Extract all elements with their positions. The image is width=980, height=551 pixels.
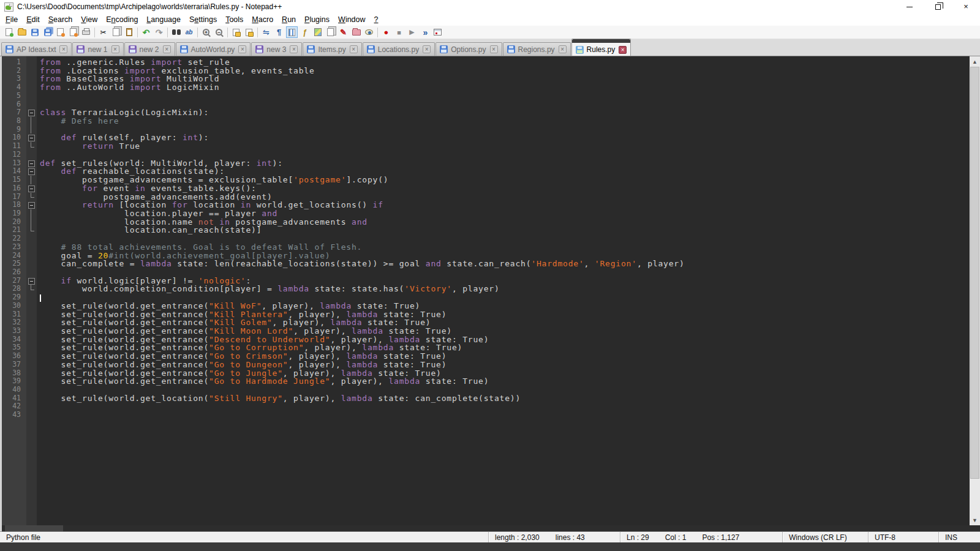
line-number[interactable]: 19 (2, 209, 26, 218)
menu-item-edit[interactable]: Edit (22, 14, 44, 25)
code-line-9[interactable] (40, 126, 970, 134)
code-line-34[interactable]: set_rule(world.get_entrance("Descend to … (40, 335, 970, 344)
code-line-21[interactable]: location.can_reach(state)] (40, 226, 970, 234)
tab-close-icon[interactable]: × (238, 45, 246, 53)
line-number[interactable]: 8 (2, 117, 26, 126)
line-number[interactable]: 15 (2, 176, 26, 184)
horizontal-scrollbar[interactable] (0, 525, 980, 531)
line-number[interactable]: 34 (2, 335, 26, 344)
line-number[interactable]: 23 (2, 243, 26, 252)
code-line-1[interactable]: from ..generic.Rules import set_rule (40, 58, 970, 67)
scroll-up-arrow-icon[interactable]: ▲ (970, 56, 980, 67)
tab-close-icon[interactable]: × (490, 45, 498, 53)
code-line-40[interactable] (40, 386, 970, 394)
save-all-icon[interactable] (42, 26, 53, 38)
menu-item-help[interactable]: ? (370, 14, 383, 25)
print-icon[interactable] (80, 26, 92, 38)
indent-guide-icon[interactable] (286, 26, 298, 38)
code-line-23[interactable]: # 88 total achievements. Goal is to defe… (40, 243, 970, 252)
macro-run-multiple-icon[interactable]: » (419, 26, 431, 38)
document-switcher-icon[interactable] (325, 26, 336, 38)
line-number[interactable]: 30 (2, 302, 26, 310)
menu-item-run[interactable]: Run (277, 14, 300, 25)
line-number[interactable]: 13 (2, 159, 26, 168)
code-line-37[interactable]: set_rule(world.get_entrance("Go to Dunge… (40, 361, 970, 369)
line-number[interactable]: 12 (2, 151, 26, 159)
save-icon[interactable] (29, 26, 40, 38)
zoom-in-icon[interactable]: + (200, 26, 212, 38)
code-line-2[interactable]: from .Locations import exclusion_table, … (40, 67, 970, 75)
fold-collapse-icon[interactable] (26, 167, 37, 176)
menu-item-settings[interactable]: Settings (185, 14, 221, 25)
line-number[interactable]: 21 (2, 226, 26, 234)
code-line-10[interactable]: def rule(self, player: int): (40, 133, 970, 142)
find-icon[interactable] (170, 26, 182, 38)
menu-item-tools[interactable]: Tools (221, 14, 247, 25)
status-eol-format[interactable]: Windows (CR LF) (782, 532, 868, 542)
code-line-11[interactable]: return True (40, 142, 970, 151)
line-number[interactable]: 11 (2, 142, 26, 151)
sync-vertical-icon[interactable] (230, 26, 242, 38)
status-encoding[interactable]: UTF-8 (868, 532, 938, 542)
code-line-26[interactable] (40, 268, 970, 277)
line-number[interactable]: 36 (2, 352, 26, 361)
line-number[interactable]: 10 (2, 133, 26, 142)
line-number[interactable]: 32 (2, 318, 26, 327)
line-number[interactable]: 33 (2, 327, 26, 335)
file-monitoring-icon[interactable] (363, 26, 375, 38)
fold-margin[interactable] (26, 56, 37, 525)
document-map-icon[interactable] (312, 26, 323, 38)
new-file-icon[interactable] (3, 26, 15, 38)
status-insert-mode[interactable]: INS (938, 532, 980, 542)
line-number-gutter[interactable]: 1234567891011121314151617181920212223242… (2, 56, 26, 525)
line-number[interactable]: 4 (2, 83, 26, 92)
line-number[interactable]: 39 (2, 377, 26, 386)
tab-locations-py[interactable]: Locations.py× (363, 42, 435, 56)
code-line-35[interactable]: set_rule(world.get_entrance("Go to Corru… (40, 343, 970, 352)
tab-items-py[interactable]: Items.py× (303, 42, 361, 56)
code-line-20[interactable]: location.name not in postgame_advancemen… (40, 218, 970, 227)
line-number[interactable]: 35 (2, 343, 26, 352)
line-number[interactable]: 26 (2, 268, 26, 277)
menu-item-window[interactable]: Window (334, 14, 369, 25)
code-line-30[interactable]: set_rule(world.get_entrance("Kill WoF", … (40, 302, 970, 310)
minimize-button[interactable] (895, 0, 924, 13)
function-list-icon[interactable]: ƒ (299, 26, 311, 38)
copy-icon[interactable] (110, 26, 122, 38)
code-line-8[interactable]: # Defs here (40, 117, 970, 126)
line-number[interactable]: 37 (2, 361, 26, 369)
menu-item-plugins[interactable]: Plugins (300, 14, 334, 25)
tab-close-icon[interactable]: × (559, 45, 567, 53)
code-line-4[interactable]: from ..AutoWorld import LogicMixin (40, 83, 970, 92)
zoom-out-icon[interactable]: − (213, 26, 225, 38)
tab-rules-py[interactable]: Rules.py× (571, 39, 631, 56)
tab-close-icon[interactable]: × (163, 45, 171, 53)
line-number[interactable]: 18 (2, 201, 26, 209)
tab-options-py[interactable]: Options.py× (435, 42, 502, 56)
fold-collapse-icon[interactable] (26, 184, 37, 193)
code-line-16[interactable]: for event in events_table.keys(): (40, 184, 970, 193)
menu-item-view[interactable]: View (77, 14, 102, 25)
line-number[interactable]: 2 (2, 67, 26, 75)
macro-play-icon[interactable]: ▶ (406, 26, 418, 38)
code-line-36[interactable]: set_rule(world.get_entrance("Go to Crims… (40, 352, 970, 361)
code-line-32[interactable]: set_rule(world.get_entrance("Kill Golem"… (40, 318, 970, 327)
line-number[interactable]: 27 (2, 277, 26, 285)
code-line-5[interactable] (40, 92, 970, 100)
open-file-icon[interactable] (16, 26, 28, 38)
fold-collapse-icon[interactable] (26, 108, 37, 117)
line-number[interactable]: 38 (2, 369, 26, 378)
code-line-13[interactable]: def set_rules(world: MultiWorld, player:… (40, 159, 970, 168)
tab-close-icon[interactable]: × (423, 45, 431, 53)
edge-marker-icon[interactable]: ✎ (337, 26, 349, 38)
code-line-3[interactable]: from BaseClasses import MultiWorld (40, 75, 970, 83)
menu-item-search[interactable]: Search (44, 14, 77, 25)
tab-new-3[interactable]: new 3× (251, 42, 302, 56)
line-number[interactable]: 41 (2, 394, 26, 403)
code-line-27[interactable]: if world.logic[player] != 'nologic': (40, 277, 970, 285)
code-line-7[interactable]: class TerrariaLogic(LogicMixin): (40, 108, 970, 117)
menu-item-file[interactable]: File (1, 14, 22, 25)
scroll-down-arrow-icon[interactable]: ▼ (970, 515, 980, 525)
close-icon[interactable] (55, 26, 66, 38)
code-line-22[interactable] (40, 234, 970, 243)
